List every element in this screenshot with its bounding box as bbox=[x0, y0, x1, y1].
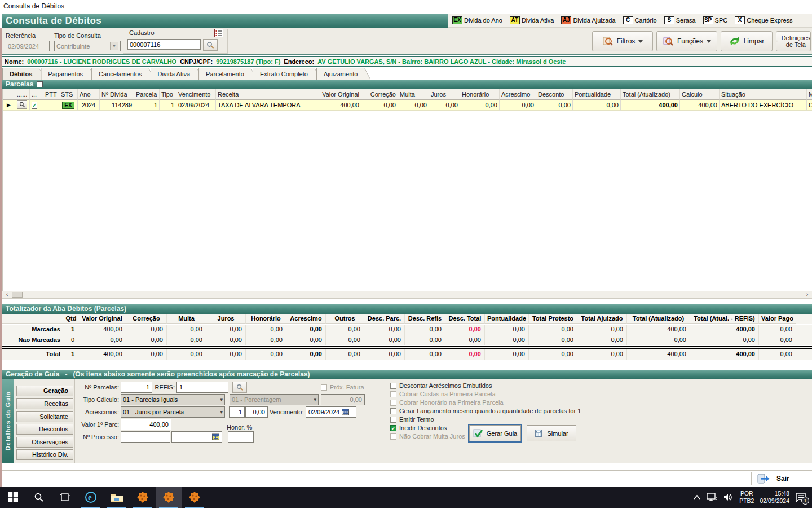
tab-divida-ativa[interactable]: Divida Ativa bbox=[151, 68, 203, 80]
parcelas-select-all-checkbox[interactable] bbox=[37, 81, 43, 87]
nav-historico-div-button[interactable]: Histórico Div. bbox=[16, 449, 73, 460]
cadastro-label: Cadastro bbox=[127, 29, 156, 36]
chevron-down-icon: ▾ bbox=[220, 409, 223, 415]
notification-center-button[interactable]: 1 bbox=[795, 492, 806, 502]
app-icon-2-active[interactable] bbox=[156, 487, 182, 508]
start-button[interactable] bbox=[0, 487, 26, 508]
endereco-value: AV GETULIO VARGAS, S/N - Bairro: BAIRRO … bbox=[317, 58, 566, 65]
tab-parcelamento[interactable]: Parcelamento bbox=[198, 68, 257, 80]
tipo-consulta-select[interactable]: Contribuinte ▾ bbox=[54, 41, 121, 51]
internet-explorer-icon[interactable]: e bbox=[78, 487, 104, 508]
sair-button[interactable]: Sair bbox=[751, 472, 807, 485]
parcelas-grid: ...... ... PTT STS Ano Nº Divida Parcela… bbox=[2, 89, 812, 291]
n-parcelas-input[interactable] bbox=[121, 382, 152, 393]
refis-search-button[interactable] bbox=[232, 382, 247, 393]
table-row[interactable]: ▶ ✓ EX 2024 114289 1 1 02/09/2024 TAXA D… bbox=[3, 100, 812, 111]
sp-badge: SP bbox=[703, 16, 713, 24]
tab-debitos[interactable]: Débitos bbox=[2, 68, 45, 80]
filtros-button[interactable]: Filtros bbox=[592, 31, 653, 51]
porcentagem-valor-input[interactable] bbox=[321, 394, 365, 405]
descontar-acrescimos-checkbox[interactable]: Descontar Acréscimos Embutidos bbox=[390, 382, 492, 389]
acrescimo-qtd-input[interactable] bbox=[229, 406, 245, 418]
valor-primeira-parcela-input[interactable] bbox=[121, 419, 171, 430]
cadastro-search-button[interactable] bbox=[203, 39, 218, 51]
referencia-field[interactable] bbox=[6, 41, 50, 51]
nav-geracao-button[interactable]: Geração bbox=[16, 386, 73, 396]
tab-extrato-completo[interactable]: Extrato Completo bbox=[253, 68, 321, 80]
file-explorer-icon[interactable] bbox=[104, 487, 130, 508]
totalizador-row-nao-marcadas: Não Marcadas 0 0,00 0,00 0,00 0,00 0,00 … bbox=[2, 335, 812, 345]
prox-fatura-checkbox[interactable]: Próx. Fatura bbox=[321, 384, 364, 391]
totalizador-section-header: Totalizador da Aba Débitos (Parcelas) bbox=[2, 304, 812, 314]
definicoes-de-tela-button[interactable]: Definições de Tela bbox=[776, 31, 811, 51]
chevron-up-icon[interactable] bbox=[693, 494, 701, 500]
processo-input-1[interactable] bbox=[121, 431, 170, 443]
scrollbar-thumb[interactable] bbox=[12, 292, 23, 298]
network-icon[interactable] bbox=[707, 493, 718, 502]
nav-solicitante-button[interactable]: Solicitante bbox=[16, 411, 73, 422]
emitir-termo-checkbox[interactable]: Emitir Termo bbox=[390, 416, 434, 423]
simular-button[interactable]: Simular bbox=[527, 425, 576, 441]
cadastro-input[interactable] bbox=[127, 39, 201, 50]
cobrar-honorario-checkbox[interactable]: Cobrar Honorário na Primeira Parcela bbox=[390, 399, 504, 406]
page-title: Consulta de Débitos bbox=[2, 14, 448, 28]
cell-ptt bbox=[43, 100, 59, 111]
app-icon-3[interactable] bbox=[182, 487, 208, 508]
date: 02/09/2024 bbox=[760, 497, 789, 505]
row-detail-button[interactable] bbox=[17, 100, 27, 109]
browser-e-icon: e bbox=[84, 491, 98, 504]
processo-input-2[interactable] bbox=[171, 431, 222, 443]
tab-pagamentos[interactable]: Pagamentos bbox=[41, 68, 96, 80]
checkbox-icon bbox=[390, 433, 396, 440]
taxpayer-info-bar: Nome: 000007116 - LUCIENE RODRIGUES DE C… bbox=[2, 56, 812, 67]
cobrar-custas-checkbox[interactable]: Cobrar Custas na Primeira Parcela bbox=[390, 391, 496, 397]
cell-ano: 2024 bbox=[78, 100, 100, 111]
s-badge: S bbox=[664, 16, 674, 24]
cell-valor-original: 400,00 bbox=[302, 100, 361, 111]
row-checkbox[interactable]: ✓ bbox=[32, 102, 37, 109]
valor-primeira-parcela-label: Valor 1º Parc: bbox=[72, 421, 119, 428]
scroll-left-arrow[interactable]: ‹ bbox=[3, 291, 11, 298]
nao-cobrar-multa-juros-checkbox[interactable]: Não Cobrar Multa Juros bbox=[390, 433, 465, 440]
nav-observacoes-button[interactable]: Observações bbox=[16, 437, 73, 448]
language-indicator[interactable]: POR PTB2 bbox=[739, 490, 754, 505]
gerar-lancamento-checkbox[interactable]: Gerar Lançamento mesmo quando a quantida… bbox=[390, 408, 581, 414]
taskbar-search-button[interactable] bbox=[26, 487, 52, 508]
list-icon[interactable] bbox=[214, 29, 223, 37]
limpar-button[interactable]: Limpar bbox=[721, 31, 773, 51]
ex-status-badge: EX bbox=[62, 102, 74, 109]
legend-spc: SPSPC bbox=[703, 16, 728, 24]
funcoes-button[interactable]: Funções bbox=[656, 31, 717, 51]
notification-badge: 1 bbox=[801, 497, 809, 505]
cell-acrescimo: 0,00 bbox=[500, 100, 536, 111]
app-icon-1[interactable] bbox=[130, 487, 156, 508]
tab-cancelamentos[interactable]: Cancelamentos bbox=[91, 68, 155, 80]
detalhes-da-guia-tab[interactable]: Detalhes da Guia bbox=[2, 379, 14, 463]
horizontal-scrollbar[interactable]: ‹ › bbox=[2, 291, 812, 299]
tab-ajuizamento[interactable]: Ajuizamento bbox=[316, 68, 371, 80]
honor-percent-input[interactable] bbox=[228, 431, 254, 443]
calendar-icon[interactable] bbox=[342, 409, 349, 415]
gerar-guia-button[interactable]: Gerar Guia bbox=[469, 425, 521, 441]
cnpj-cpf-value: 99219875187 (Tipo: F) bbox=[216, 58, 280, 65]
clock[interactable]: 15:48 02/09/2024 bbox=[760, 490, 789, 505]
porcentagem-select[interactable]: 01 - Porcentagem▾ bbox=[230, 394, 319, 405]
legend-cheque-express: XCheque Express bbox=[735, 16, 792, 24]
cell-vencimento: 02/09/2024 bbox=[176, 100, 216, 111]
task-view-button[interactable] bbox=[52, 487, 78, 508]
tipo-calculo-select[interactable]: 01 - Parcelas Iguais▾ bbox=[121, 394, 225, 405]
acrescimos-select[interactable]: 01 - Juros por Parcela▾ bbox=[121, 406, 225, 418]
calculator-icon[interactable] bbox=[212, 433, 219, 440]
acrescimo-valor-input[interactable] bbox=[245, 406, 268, 418]
windows-logo-icon bbox=[8, 492, 18, 502]
nav-descontos-button[interactable]: Descontos bbox=[16, 424, 73, 435]
vencimento-input[interactable]: 02/09/2024 bbox=[306, 406, 356, 418]
refis-input[interactable] bbox=[176, 382, 228, 393]
nav-receitas-button[interactable]: Receitas bbox=[16, 398, 73, 409]
current-row-marker: ▶ bbox=[3, 100, 15, 111]
checkbox-icon bbox=[390, 391, 396, 397]
speaker-icon[interactable] bbox=[723, 493, 734, 502]
incidir-descontos-checkbox[interactable]: ✓Incidir Descontos bbox=[390, 424, 447, 431]
scroll-right-arrow[interactable]: › bbox=[803, 291, 811, 298]
system-tray: POR PTB2 15:48 02/09/2024 1 bbox=[693, 487, 812, 508]
